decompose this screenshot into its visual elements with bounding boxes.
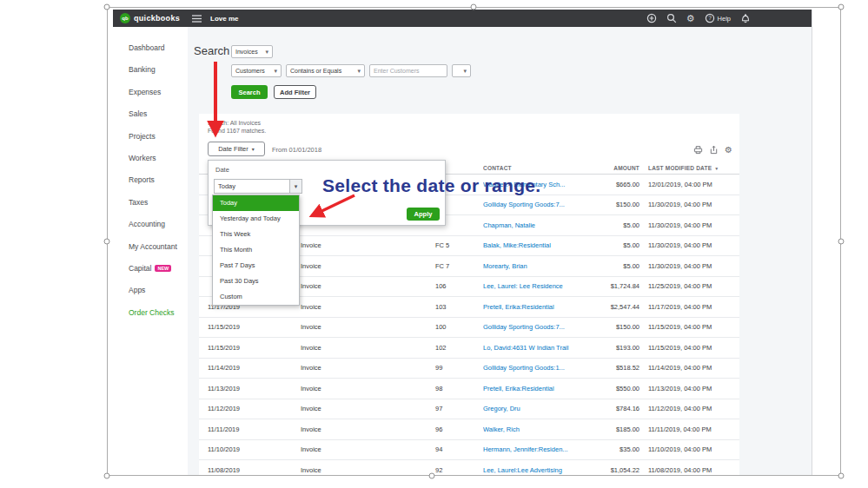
contact-link[interactable]: Golliday Sporting Goods:1... xyxy=(483,364,574,372)
date-range-option[interactable]: Yesterday and Today xyxy=(213,211,299,227)
sidebar-item[interactable]: Workers xyxy=(113,148,188,169)
sidebar-item[interactable]: CapitalNEW xyxy=(113,258,188,280)
cell-date: 11/15/2019 xyxy=(208,344,301,352)
filter-extra-select[interactable] xyxy=(452,64,471,77)
contact-link[interactable]: Golliday Sporting Goods:7... xyxy=(483,201,574,208)
main-content: Search Invoices Customers Contains or Eq… xyxy=(188,27,812,476)
cell-type: Invoice xyxy=(301,344,435,352)
apply-button[interactable]: Apply xyxy=(407,208,440,221)
sidebar-item[interactable]: Reports xyxy=(113,169,188,191)
sidebar-item-label: Dashboard xyxy=(129,43,165,52)
filter-operator-select[interactable]: Contains or Equals xyxy=(286,64,365,77)
date-range-option[interactable]: Custom xyxy=(213,289,299,305)
sidebar-item[interactable]: Taxes xyxy=(113,192,188,214)
sidebar-item[interactable]: Banking xyxy=(113,59,188,81)
table-row[interactable]: 11/12/2019 Invoice 97 Gregory, Dru $784.… xyxy=(199,399,739,420)
new-badge: NEW xyxy=(155,265,171,272)
sidebar-item[interactable]: My Accountant xyxy=(113,236,188,258)
contact-link[interactable]: Lo, David:4631 W Indian Trail xyxy=(483,344,574,352)
date-range-combobox[interactable]: Today ▾ xyxy=(214,179,302,194)
add-filter-button[interactable]: Add Filter xyxy=(274,85,316,99)
table-row[interactable]: 11/10/2019 Invoice 94 Hermann, Jennifer:… xyxy=(199,440,739,461)
cell-type: Invoice xyxy=(301,425,435,433)
cell-no: 100 xyxy=(435,323,483,331)
contact-link[interactable]: Lee, Laurel: Lee Residence xyxy=(483,282,574,290)
company-name: Love me xyxy=(210,15,238,23)
notifications-bell-icon[interactable] xyxy=(740,13,751,23)
contact-link[interactable]: Morearty, Brian xyxy=(483,262,574,270)
resize-handle[interactable] xyxy=(104,4,110,10)
header-last-modified-sort[interactable]: LAST MODIFIED DATE xyxy=(639,165,731,171)
cell-date: 11/12/2019 xyxy=(208,405,301,412)
cell-type: Invoice xyxy=(301,282,435,290)
top-bar: qb quickbooks Love me ⚙ xyxy=(113,10,812,27)
sidebar-item[interactable]: Accounting xyxy=(113,214,188,235)
cell-type: Invoice xyxy=(301,323,435,331)
cell-amount: $150.00 xyxy=(574,201,639,208)
cell-date: 11/13/2019 xyxy=(208,385,301,392)
table-row[interactable]: 11/08/2019 Invoice 92 Lee, Laurel:Lee Ad… xyxy=(199,460,739,476)
search-type-value: Invoices xyxy=(235,49,258,55)
contact-link[interactable]: Pretell, Erika:Residential xyxy=(483,303,574,311)
quickbooks-logo-icon: qb xyxy=(120,13,130,23)
contact-link[interactable]: Pretell, Erika:Residential xyxy=(483,385,574,392)
create-plus-icon[interactable] xyxy=(646,13,657,23)
resize-handle[interactable] xyxy=(838,239,845,245)
sidebar-item[interactable]: Projects xyxy=(113,126,188,148)
export-icon[interactable] xyxy=(709,142,719,158)
date-range-option[interactable]: Past 30 Days xyxy=(213,274,299,289)
contact-link[interactable]: Lee, Laurel:Lee Advertising xyxy=(483,466,574,474)
search-type-select[interactable]: Invoices xyxy=(231,45,273,58)
sidebar-item[interactable]: Expenses xyxy=(113,82,188,103)
contact-link[interactable]: Gregory, Dru xyxy=(483,405,574,412)
contact-link[interactable]: Hermann, Jennifer:Residen... xyxy=(483,445,574,453)
contact-link[interactable]: Walker, Rich xyxy=(483,425,574,433)
sidebar-item[interactable]: Order Checks xyxy=(113,302,188,324)
cell-amount: $665.00 xyxy=(574,181,639,188)
sidebar-item[interactable]: Sales xyxy=(113,103,188,125)
sidebar-item[interactable]: Dashboard xyxy=(113,37,188,59)
gear-icon[interactable]: ⚙ xyxy=(686,14,695,23)
date-range-option[interactable]: Past 7 Days xyxy=(213,258,299,274)
date-filter-button[interactable]: Date Filter ▾ xyxy=(208,142,265,156)
print-icon[interactable] xyxy=(693,142,703,158)
cell-amount: $5.00 xyxy=(574,221,639,229)
hamburger-menu-icon[interactable] xyxy=(192,15,202,23)
table-settings-gear-icon[interactable]: ⚙ xyxy=(725,146,732,155)
cell-amount: $5.00 xyxy=(574,262,639,270)
table-row[interactable]: 11/13/2019 Invoice 98 Pretell, Erika:Res… xyxy=(199,379,739,399)
cell-amount: $2,547.44 xyxy=(574,303,639,311)
option-label: Past 30 Days xyxy=(220,277,259,285)
table-row[interactable]: 11/14/2019 Invoice 99 Golliday Sporting … xyxy=(199,359,739,379)
help-button[interactable]: ? Help xyxy=(705,13,731,23)
contact-link[interactable]: Chapman, Natalie xyxy=(483,221,574,229)
cell-no: 106 xyxy=(435,282,483,290)
filter-value-input[interactable] xyxy=(369,64,447,77)
cell-date: 11/15/2019 xyxy=(208,323,301,331)
contact-link[interactable]: Golliday Sporting Goods:7... xyxy=(483,323,574,331)
date-range-option[interactable]: This Week xyxy=(213,227,299,242)
sidebar-item[interactable]: Apps xyxy=(113,280,188,301)
summary-count: Found 1167 matches. xyxy=(208,127,266,135)
option-label: Past 7 Days xyxy=(220,261,255,269)
search-icon[interactable] xyxy=(666,13,677,23)
filter-field-select[interactable]: Customers xyxy=(231,64,282,77)
resize-handle[interactable] xyxy=(429,473,435,479)
date-range-option[interactable]: Today xyxy=(213,195,299,211)
table-row[interactable]: 11/11/2019 Invoice 96 Walker, Rich $185.… xyxy=(199,419,739,440)
contact-link[interactable]: Balak, Mike:Residential xyxy=(483,241,574,249)
resize-handle[interactable] xyxy=(838,473,845,479)
cell-last-modified: 11/30/2019, 04:00 PM xyxy=(639,221,731,229)
combobox-arrow-icon[interactable]: ▾ xyxy=(289,180,301,193)
resize-handle[interactable] xyxy=(104,473,110,479)
date-range-option[interactable]: This Month xyxy=(213,242,299,258)
table-row[interactable]: 11/15/2019 Invoice 102 Lo, David:4631 W … xyxy=(199,338,739,359)
table-row[interactable]: 11/15/2019 Invoice 100 Golliday Sporting… xyxy=(199,318,739,339)
resize-handle[interactable] xyxy=(104,239,110,245)
search-button[interactable]: Search xyxy=(231,85,268,99)
cell-last-modified: 11/30/2019, 04:00 PM xyxy=(639,241,731,249)
contact-link[interactable]: Waddell:4 Elementary Sch... xyxy=(483,181,574,188)
resize-handle[interactable] xyxy=(838,4,845,10)
resize-handle[interactable] xyxy=(471,4,477,10)
cell-last-modified: 12/01/2019, 04:00 PM xyxy=(639,181,731,188)
